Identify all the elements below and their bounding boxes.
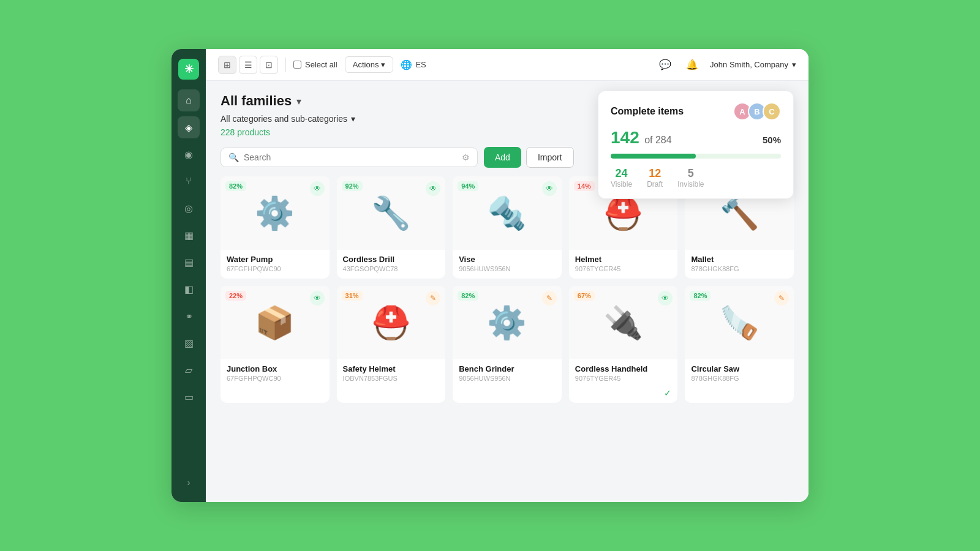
card-name: Cordless Drill bbox=[343, 255, 440, 264]
card-name: Vise bbox=[459, 255, 556, 264]
card-status-icon: ✎ bbox=[426, 291, 440, 305]
sidebar-item-table[interactable]: ▦ bbox=[178, 224, 200, 246]
actions-button[interactable]: Actions ▾ bbox=[345, 56, 394, 73]
sidebar-item-chart[interactable]: ▤ bbox=[178, 251, 200, 273]
globe-icon: 🌐 bbox=[401, 59, 412, 70]
select-all-checkbox[interactable]: Select all bbox=[293, 60, 337, 69]
product-card[interactable]: 31% ✎ ⛑️ Safety Helmet IOBVN7853FGUS bbox=[337, 286, 446, 403]
widget-count-main: 142 bbox=[611, 128, 639, 147]
sidebar-logo[interactable]: ✳ bbox=[178, 59, 199, 80]
product-image: ⚙️ bbox=[487, 304, 527, 342]
category-label: All categories and sub-categories bbox=[221, 114, 347, 124]
language-badge[interactable]: 🌐 ES bbox=[401, 59, 426, 70]
card-name: Helmet bbox=[575, 255, 672, 264]
card-image-area: 82% 👁 ⚙️ bbox=[221, 176, 330, 250]
card-sku: 9076TYGER45 bbox=[575, 375, 672, 382]
main-panel: ⊞ ☰ ⊡ Select all Actions ▾ 🌐 ES 💬 🔔 bbox=[206, 49, 809, 502]
card-status-icon: 👁 bbox=[310, 291, 325, 305]
product-image: 🔧 bbox=[371, 195, 411, 232]
toolbar: ⊞ ☰ ⊡ Select all Actions ▾ 🌐 ES 💬 🔔 bbox=[206, 49, 809, 81]
card-sku: IOBVN7853FGUS bbox=[343, 375, 440, 382]
card-badge: 94% bbox=[458, 181, 478, 191]
app-container: ✳ ⌂ ◈ ◉ ⑂ ◎ ▦ ▤ ◧ ⚭ ▨ ▱ ▭ › ⊞ ☰ ⊡ Select… bbox=[172, 49, 809, 502]
card-checkmark-icon: ✓ bbox=[664, 388, 671, 398]
search-input[interactable] bbox=[244, 152, 457, 162]
add-button[interactable]: Add bbox=[484, 147, 521, 168]
sidebar-item-tag[interactable]: ◈ bbox=[178, 116, 200, 138]
card-sku: 9056HUWS956N bbox=[459, 265, 556, 272]
search-settings-icon[interactable]: ⚙ bbox=[462, 152, 470, 162]
card-sku: 878GHGK88FG bbox=[691, 375, 788, 382]
widget-avatars: A B C bbox=[733, 102, 781, 121]
card-image-area: 94% 👁 🔩 bbox=[453, 176, 562, 250]
user-menu[interactable]: John Smith, Company ▾ bbox=[710, 60, 796, 69]
progress-bar bbox=[611, 154, 781, 159]
product-card[interactable]: 82% ✎ ⚙️ Bench Grinder 9056HUWS956N bbox=[453, 286, 562, 403]
products-grid: 82% 👁 ⚙️ Water Pump 67FGFHPQWC90 92% 👁 🔧… bbox=[221, 176, 794, 403]
product-card[interactable]: 22% 👁 📦 Junction Box 67FGFHPQWC90 bbox=[221, 286, 330, 403]
split-view-btn[interactable]: ⊡ bbox=[260, 56, 278, 74]
product-card[interactable]: 94% 👁 🔩 Vise 9056HUWS956N bbox=[453, 176, 562, 279]
sidebar: ✳ ⌂ ◈ ◉ ⑂ ◎ ▦ ▤ ◧ ⚭ ▨ ▱ ▭ › bbox=[172, 49, 206, 502]
page-title-chevron-icon[interactable]: ▾ bbox=[296, 96, 301, 107]
action-buttons: Add Import bbox=[484, 147, 574, 168]
sidebar-item-bell[interactable]: ◉ bbox=[178, 143, 200, 165]
sidebar-item-link[interactable]: ⚭ bbox=[178, 305, 200, 327]
stat-visible-label: Visible bbox=[611, 180, 632, 189]
card-info: Vise 9056HUWS956N bbox=[453, 250, 562, 279]
card-name: Circular Saw bbox=[691, 364, 788, 373]
card-name: Bench Grinder bbox=[459, 364, 556, 373]
card-info: Bench Grinder 9056HUWS956N bbox=[453, 359, 562, 388]
card-name: Mallet bbox=[691, 255, 788, 264]
category-chevron-icon: ▾ bbox=[351, 114, 355, 124]
card-info: Cordless Drill 43FGSOPQWC78 bbox=[337, 250, 446, 279]
widget-title: Complete items bbox=[611, 106, 684, 117]
grid-view-btn[interactable]: ⊞ bbox=[218, 56, 236, 74]
sidebar-item-location[interactable]: ◎ bbox=[178, 197, 200, 219]
product-card[interactable]: 92% 👁 🔧 Cordless Drill 43FGSOPQWC78 bbox=[337, 176, 446, 279]
sidebar-collapse-btn[interactable]: › bbox=[183, 473, 195, 492]
sidebar-item-home[interactable]: ⌂ bbox=[178, 89, 200, 111]
select-all-input[interactable] bbox=[293, 61, 301, 69]
chat-icon-btn[interactable]: 💬 bbox=[656, 56, 674, 74]
product-image: 🔩 bbox=[487, 195, 527, 232]
product-card[interactable]: 67% 👁 🔌 Cordless Handheld 9076TYGER45 ✓ bbox=[569, 286, 678, 403]
card-info: Safety Helmet IOBVN7853FGUS bbox=[337, 359, 446, 388]
sidebar-item-folder[interactable]: ▱ bbox=[178, 359, 200, 381]
card-info: Helmet 9076TYGER45 bbox=[569, 250, 678, 279]
view-toggle: ⊞ ☰ ⊡ bbox=[218, 56, 278, 74]
card-sku: 9076TYGER45 bbox=[575, 265, 672, 272]
select-all-label: Select all bbox=[305, 60, 337, 69]
sidebar-item-image[interactable]: ▨ bbox=[178, 332, 200, 354]
card-image-area: 92% 👁 🔧 bbox=[337, 176, 446, 250]
card-badge: 82% bbox=[690, 291, 710, 301]
product-card[interactable]: 82% 👁 ⚙️ Water Pump 67FGFHPQWC90 bbox=[221, 176, 330, 279]
list-view-btn[interactable]: ☰ bbox=[239, 56, 257, 74]
product-card[interactable]: 82% ✎ 🪚 Circular Saw 878GHGK88FG bbox=[685, 286, 794, 403]
stat-invisible-label: Invisible bbox=[677, 180, 704, 189]
card-sku: 878GHGK88FG bbox=[691, 265, 788, 272]
card-name: Junction Box bbox=[227, 364, 323, 373]
card-badge: 82% bbox=[225, 181, 246, 191]
search-box[interactable]: 🔍 ⚙ bbox=[221, 148, 478, 167]
sidebar-item-chat[interactable]: ▭ bbox=[178, 386, 200, 408]
card-info: Junction Box 67FGFHPQWC90 bbox=[221, 359, 330, 388]
card-badge: 14% bbox=[574, 181, 595, 191]
card-footer: ✓ bbox=[569, 388, 678, 403]
sidebar-item-layers[interactable]: ◧ bbox=[178, 278, 200, 300]
product-image: 📦 bbox=[255, 304, 295, 342]
card-status-icon: 👁 bbox=[426, 181, 440, 196]
product-image: ⛑️ bbox=[603, 195, 643, 232]
product-image: 🔨 bbox=[720, 195, 760, 232]
stat-draft-num: 12 bbox=[647, 167, 663, 180]
progress-fill bbox=[611, 154, 696, 159]
widget-header: Complete items A B C bbox=[611, 102, 781, 121]
card-sku: 67FGFHPQWC90 bbox=[227, 265, 323, 272]
card-status-icon: ✎ bbox=[542, 291, 557, 305]
stat-invisible-num: 5 bbox=[677, 167, 704, 180]
sidebar-item-fork[interactable]: ⑂ bbox=[178, 170, 200, 192]
notification-icon-btn[interactable]: 🔔 bbox=[683, 56, 701, 74]
stat-draft: 12 Draft bbox=[647, 167, 663, 189]
import-button[interactable]: Import bbox=[526, 147, 574, 168]
avatar-3: C bbox=[763, 102, 781, 121]
